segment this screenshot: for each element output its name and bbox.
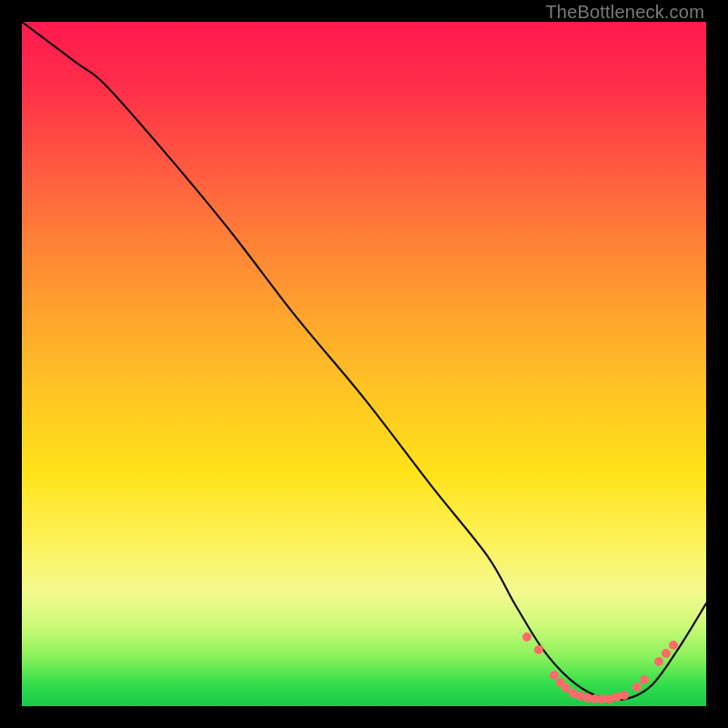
valley-dot: [620, 691, 629, 700]
valley-dot: [669, 641, 678, 650]
valley-dot: [550, 671, 559, 680]
plot-area: [22, 22, 706, 706]
bottleneck-curve: [22, 22, 706, 700]
valley-dot: [561, 683, 571, 693]
valley-dot: [640, 675, 649, 684]
valley-dot: [632, 682, 642, 692]
curve-layer: [22, 22, 706, 706]
chart-frame: TheBottleneck.com: [0, 0, 728, 728]
valley-dot: [662, 649, 671, 658]
valley-dot: [534, 645, 543, 654]
attribution-text: TheBottleneck.com: [545, 2, 704, 23]
valley-dot: [522, 632, 531, 642]
valley-dots: [522, 632, 678, 703]
valley-dot: [654, 657, 663, 666]
